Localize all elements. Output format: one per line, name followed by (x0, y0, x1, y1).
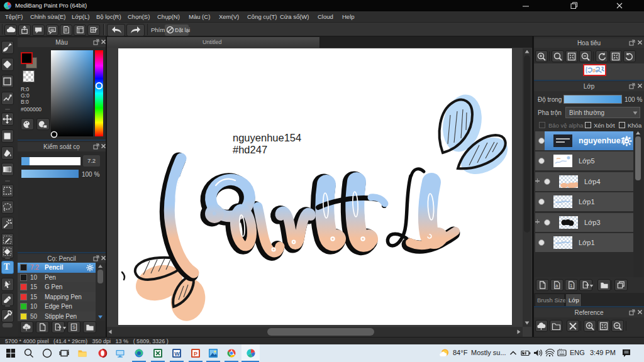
svg-text:nguyenhue154: nguyenhue154 (233, 132, 301, 143)
svg-text:#hd247: #hd247 (233, 144, 267, 155)
svg-text:1: 1 (570, 283, 572, 288)
svg-text:a: a (555, 283, 558, 288)
svg-text:S: S (72, 324, 75, 330)
svg-text:P: P (194, 351, 197, 357)
svg-text:W: W (174, 351, 180, 357)
